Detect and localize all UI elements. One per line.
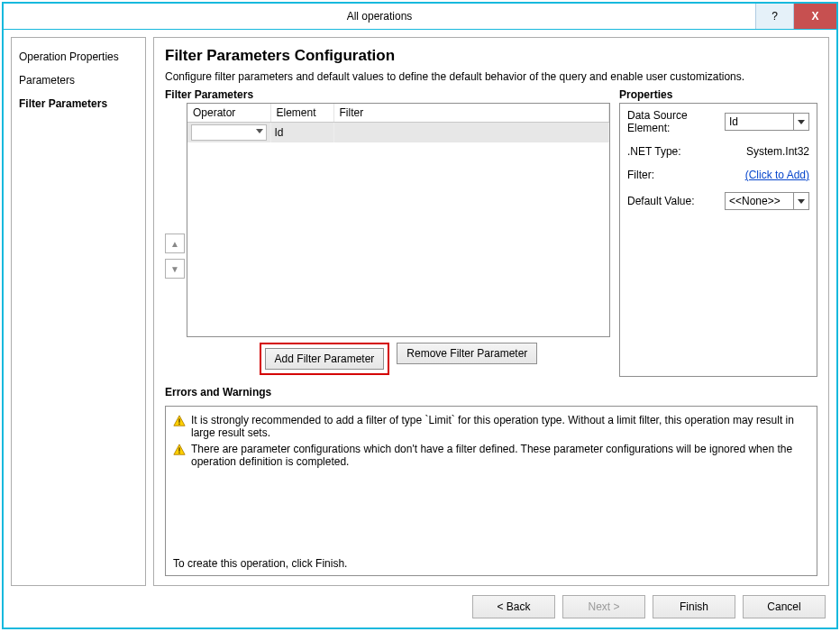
nav-parameters[interactable]: Parameters: [17, 69, 140, 92]
move-down-button[interactable]: ▼: [165, 259, 185, 279]
page-heading: Filter Parameters Configuration: [165, 47, 817, 65]
move-up-button[interactable]: ▲: [165, 234, 185, 253]
close-button[interactable]: X: [793, 4, 836, 29]
warning-icon: [173, 444, 186, 456]
chevron-down-icon: [793, 114, 808, 130]
content-pane: Filter Parameters Configuration Configur…: [153, 37, 829, 586]
window-title: All operations: [4, 10, 755, 23]
warning-item: It is strongly recommended to add a filt…: [173, 412, 809, 441]
warning-icon: [173, 415, 186, 427]
col-element[interactable]: Element: [270, 104, 333, 123]
svg-rect-2: [178, 424, 179, 425]
help-button[interactable]: ?: [755, 4, 793, 29]
two-columns: Filter Parameters ▲ ▼: [165, 88, 817, 377]
data-source-element-dropdown[interactable]: Id: [725, 113, 809, 131]
cell-element[interactable]: Id: [270, 123, 333, 143]
reorder-arrows: ▲ ▼: [165, 234, 185, 279]
chevron-down-icon: [793, 193, 808, 209]
warning-item: There are parameter configurations which…: [173, 441, 809, 470]
dialog-button-row: < Back Next > Finish Cancel: [11, 593, 829, 620]
add-highlight: Add Filter Parameter: [260, 343, 390, 375]
nav-operation-properties[interactable]: Operation Properties: [17, 45, 140, 69]
errors-heading: Errors and Warnings: [165, 386, 817, 398]
col-filter[interactable]: Filter: [333, 104, 609, 123]
footer-note: To create this operation, click Finish.: [173, 554, 809, 570]
properties-panel: Data Source Element: Id .NET Type: Syste…: [619, 103, 817, 377]
filter-parameters-label: Filter Parameters: [165, 88, 610, 101]
svg-rect-1: [178, 418, 179, 422]
dialog-window: All operations ? X Operation Properties …: [2, 2, 838, 629]
prop-data-source-element: Data Source Element: Id: [627, 109, 809, 134]
svg-rect-4: [178, 447, 179, 451]
filter-parameters-table: Operator Element Filter Id: [187, 104, 609, 142]
main-row: Operation Properties Parameters Filter P…: [11, 37, 829, 586]
remove-filter-parameter-button[interactable]: Remove Filter Parameter: [397, 343, 537, 364]
cell-filter[interactable]: [333, 123, 609, 143]
svg-rect-5: [178, 453, 179, 453]
filter-click-to-add-link[interactable]: (Click to Add): [745, 169, 809, 181]
col-operator[interactable]: Operator: [187, 104, 270, 123]
page-description: Configure filter parameters and default …: [165, 70, 817, 83]
next-button: Next >: [562, 595, 645, 618]
titlebar: All operations ? X: [4, 4, 836, 30]
side-nav: Operation Properties Parameters Filter P…: [11, 37, 146, 586]
table-row[interactable]: Id: [187, 123, 609, 143]
nav-filter-parameters[interactable]: Filter Parameters: [17, 92, 140, 115]
properties-label: Properties: [619, 88, 817, 101]
filter-parameters-table-box: Operator Element Filter Id: [187, 103, 610, 337]
properties-column: Properties Data Source Element: Id .NET: [619, 88, 817, 377]
cancel-button[interactable]: Cancel: [743, 595, 826, 618]
default-value-dropdown[interactable]: <<None>>: [725, 192, 809, 210]
cell-operator[interactable]: [187, 123, 270, 143]
errors-and-warnings-box: It is strongly recommended to add a filt…: [165, 406, 817, 576]
prop-net-type: .NET Type: System.Int32: [627, 145, 809, 158]
finish-button[interactable]: Finish: [653, 595, 735, 618]
prop-filter: Filter: (Click to Add): [627, 169, 809, 181]
titlebar-buttons: ? X: [755, 4, 836, 29]
dialog-body: Operation Properties Parameters Filter P…: [4, 30, 836, 627]
back-button[interactable]: < Back: [472, 595, 555, 618]
add-filter-parameter-button[interactable]: Add Filter Parameter: [265, 348, 385, 370]
operator-dropdown[interactable]: [191, 124, 267, 141]
prop-default-value: Default Value: <<None>>: [627, 192, 809, 210]
filter-actions: Add Filter Parameter Remove Filter Param…: [187, 337, 610, 377]
filter-parameters-column: Filter Parameters ▲ ▼: [165, 88, 610, 377]
